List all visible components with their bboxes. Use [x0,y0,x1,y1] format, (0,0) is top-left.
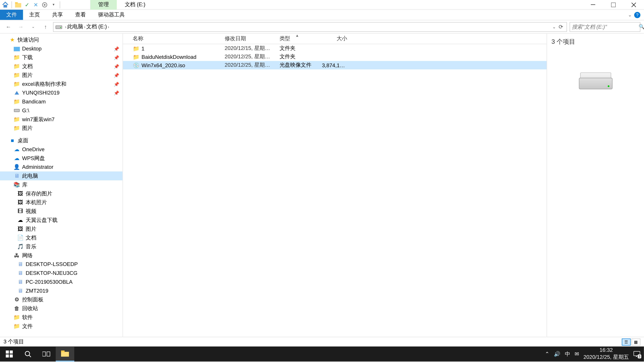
search-box[interactable]: 🔍 [570,22,640,32]
nav-net-item[interactable]: 🖥PC-20190530OBLA [0,278,122,286]
minimize-button[interactable] [583,0,603,9]
folder-icon [13,89,20,96]
breadcrumb-root[interactable]: 此电脑 [67,23,83,30]
folder-icon: 📁 [13,125,20,132]
ribbon-tab-view[interactable]: 查看 [69,10,92,20]
star-icon: ★ [9,36,16,43]
close-button[interactable] [624,0,644,9]
drive-icon-large [578,72,613,94]
svg-point-15 [25,351,30,356]
nav-lib-item[interactable]: 🖼图片 [0,225,122,233]
action-center-icon[interactable]: 3 [633,351,640,358]
nav-quick-item[interactable]: 📁Bandicam [0,97,122,106]
ribbon-tab-home[interactable]: 主页 [23,10,46,20]
chevron-right-icon[interactable]: › [65,24,66,29]
address-path[interactable]: › 此电脑 › 文档 (E:) › ⌄ ⟳ [53,22,567,32]
help-icon[interactable]: ? [634,12,640,18]
tray-chevron-up-icon[interactable]: ⌃ [545,351,549,357]
nav-network[interactable]: 🖧网络 [0,251,122,260]
column-size[interactable]: 大小 [319,33,350,44]
ime-indicator[interactable]: 中 [565,350,570,358]
clock[interactable]: 16:32 2020/12/25, 星期五 [584,347,629,361]
nav-net-item[interactable]: 🖥ZMT2019 [0,286,122,295]
nav-this-pc[interactable]: 🖥此电脑 [0,171,122,180]
volume-icon[interactable]: 🔊 [554,351,560,357]
folder-icon: 📁 [13,323,20,330]
nav-quick-item[interactable]: 📁文档📌 [0,62,122,71]
folder-icon[interactable] [14,1,22,8]
nav-quick-access[interactable]: ★ 快速访问 [0,35,122,44]
file-explorer-taskbar-button[interactable] [56,347,74,362]
nav-lib-item[interactable]: 🖼保存的图片 [0,189,122,198]
refresh-icon[interactable]: ⟳ [557,24,565,30]
nav-control-panel[interactable]: ⚙控制面板 [0,295,122,304]
nav-quick-item[interactable]: Desktop📌 [0,44,122,53]
details-view-button[interactable]: ☰ [622,338,631,346]
chevron-right-icon[interactable]: › [108,24,109,29]
up-button[interactable]: ↑ [41,22,50,32]
ribbon-tab-share[interactable]: 共享 [46,10,69,20]
nav-quick-item[interactable]: 📁excel表格制作求和📌 [0,80,122,88]
nav-admin[interactable]: 👤Administrator [0,163,122,171]
contextual-tab-manage[interactable]: 管理 [90,0,117,9]
gear-icon[interactable] [41,1,48,8]
maximize-button[interactable] [603,0,624,9]
nav-desktop-root[interactable]: ■桌面 [0,136,122,145]
nav-docs-folder[interactable]: 📁文件 [0,322,122,331]
thumbnails-view-button[interactable]: ▦ [632,338,640,346]
history-dropdown[interactable]: ⌄ [28,22,38,32]
recycle-icon: 🗑 [13,305,20,312]
dropdown-icon[interactable]: ▾ [50,1,57,8]
nav-libraries[interactable]: 📚库 [0,180,122,189]
nav-lib-item[interactable]: ☁天翼云盘下载 [0,216,122,225]
nav-net-item[interactable]: 🖥DESKTOP-LSSOEDP [0,260,122,269]
svg-point-8 [60,27,61,28]
nav-quick-item[interactable]: 📁下载📌 [0,53,122,62]
nav-lib-item[interactable]: 🎞视频 [0,207,122,216]
nav-wps[interactable]: ☁WPS网盘 [0,154,122,163]
file-row[interactable]: 📁BaiduNetdiskDownload 2020/12/25, 星期五 1.… [123,53,546,61]
pin-icon: 📌 [114,73,119,78]
breadcrumb-folder[interactable]: 文档 (E:) [86,23,107,30]
file-row[interactable]: 📁1 2020/12/15, 星期二 1... 文件夹 [123,44,546,53]
nav-lib-item[interactable]: 🎵音乐 [0,242,122,251]
nav-quick-item[interactable]: YUNQISHI2019📌 [0,88,122,97]
nav-quick-item[interactable]: G:\ [0,106,122,115]
column-name[interactable]: 名称 [130,33,222,44]
folder-icon: 📁 [13,116,20,123]
address-dropdown-icon[interactable]: ⌄ [552,24,556,29]
file-row[interactable]: 💿Win7x64_2020.iso 2020/12/25, 星期五 1... 光… [123,61,546,69]
ribbon-expand-icon[interactable]: ⌄ [628,12,632,17]
drive-icon [13,107,20,114]
forward-button[interactable]: → [16,22,26,32]
back-button[interactable]: ← [4,22,13,32]
addressbar: ← → ⌄ ↑ › 此电脑 › 文档 (E:) › ⌄ ⟳ 🔍 [0,20,644,33]
ribbon-tab-file[interactable]: 文件 [0,10,23,20]
start-button[interactable] [0,347,18,362]
nav-recycle[interactable]: 🗑回收站 [0,304,122,313]
mail-icon[interactable]: ✉ [574,351,579,357]
column-header: 名称 ▲ 修改日期 类型 大小 [123,33,546,44]
nav-lib-item[interactable]: 📄文档 [0,233,122,242]
close-icon[interactable]: ✕ [32,1,40,8]
column-date[interactable]: 修改日期 [222,33,277,44]
chevron-right-icon[interactable]: › [84,24,85,29]
task-view-button[interactable] [37,347,56,362]
ribbon-tab-drive-tools[interactable]: 驱动器工具 [92,10,131,20]
check-icon[interactable]: ✓ [24,1,30,8]
nav-net-item[interactable]: 🖥DESKTOP-NJEU3CG [0,269,122,278]
iso-file-icon: 💿 [133,62,140,69]
nav-onedrive[interactable]: ☁OneDrive [0,145,122,154]
search-icon[interactable]: 🔍 [639,24,644,29]
pin-icon: 📌 [114,82,119,86]
nav-lib-item[interactable]: 🖼本机照片 [0,198,122,207]
search-button[interactable] [18,347,37,362]
file-list: 名称 ▲ 修改日期 类型 大小 📁1 2020/12/15, 星期二 1... … [123,33,546,337]
svg-rect-5 [591,4,595,5]
nav-quick-item[interactable]: 📁图片📌 [0,71,122,80]
search-input[interactable] [572,24,639,30]
nav-software[interactable]: 📁软件 [0,313,122,322]
nav-quick-item[interactable]: 📁图片 [0,124,122,133]
nav-quick-item[interactable]: 📁win7重装win7 [0,115,122,124]
quick-access-toolbar: ✓ ✕ ▾ [0,1,63,8]
